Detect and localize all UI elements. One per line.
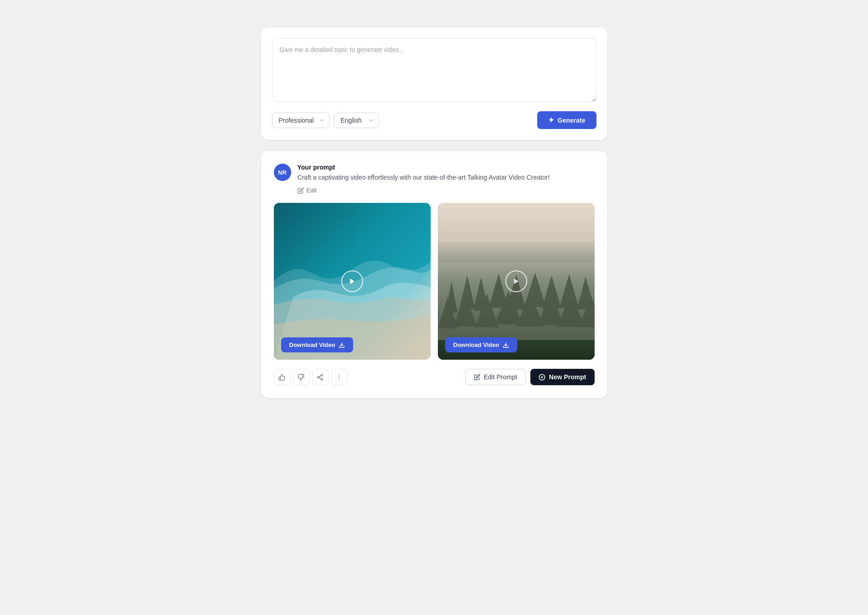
video-card-ocean[interactable]: Download Video xyxy=(274,203,431,360)
svg-point-15 xyxy=(339,378,340,379)
thumbs-up-button[interactable] xyxy=(274,369,290,385)
edit-prompt-label: Edit Prompt xyxy=(484,373,517,381)
generate-button[interactable]: ✦ Generate xyxy=(537,111,596,129)
download-video-btn-1[interactable]: Download Video xyxy=(281,337,354,352)
edit-icon xyxy=(298,187,304,194)
professional-dropdown[interactable]: Professional Casual Formal xyxy=(272,113,329,128)
download-video-btn-2[interactable]: Download Video xyxy=(445,337,518,352)
download-label-1: Download Video xyxy=(289,341,335,348)
download-label-2: Download Video xyxy=(453,341,499,348)
video-card-forest[interactable]: Download Video xyxy=(438,203,595,360)
prompt-text: Craft a captivating video effortlessly w… xyxy=(298,173,595,182)
more-icon xyxy=(336,374,343,381)
prompt-input[interactable] xyxy=(272,38,596,102)
avatar: NR xyxy=(274,164,291,181)
prompt-title: Your prompt xyxy=(298,164,595,171)
generate-label: Generate xyxy=(558,117,586,124)
prompt-header: NR Your prompt Craft a captivating video… xyxy=(274,164,595,194)
thumbs-down-button[interactable] xyxy=(293,369,309,385)
svg-point-14 xyxy=(339,377,340,377)
svg-point-8 xyxy=(321,374,323,376)
prompt-content: Your prompt Craft a captivating video ef… xyxy=(298,164,595,194)
language-dropdown[interactable]: English Spanish French German xyxy=(334,113,379,128)
edit-link[interactable]: Edit xyxy=(298,187,317,194)
edit-prompt-icon xyxy=(474,374,480,380)
edit-prompt-button[interactable]: Edit Prompt xyxy=(465,369,526,385)
svg-marker-6 xyxy=(514,279,518,284)
action-row: Edit Prompt New Prompt xyxy=(274,369,595,385)
svg-line-11 xyxy=(319,377,321,378)
sparkle-icon: ✦ xyxy=(548,116,554,124)
share-button[interactable] xyxy=(312,369,329,385)
new-prompt-label: New Prompt xyxy=(549,373,586,381)
top-card: Professional Casual Formal English Spani… xyxy=(261,27,607,140)
download-icon-2 xyxy=(503,342,509,348)
toolbar-row: Professional Casual Formal English Spani… xyxy=(272,111,596,129)
thumbs-down-icon xyxy=(298,374,304,381)
dropdowns: Professional Casual Formal English Spani… xyxy=(272,113,379,128)
download-icon-1 xyxy=(339,342,345,348)
thumbs-up-icon xyxy=(278,374,285,381)
svg-point-10 xyxy=(321,378,323,380)
play-icon-ocean xyxy=(349,278,356,285)
share-icon xyxy=(317,374,324,381)
svg-point-9 xyxy=(318,376,319,378)
video-grid: Download Video xyxy=(274,203,595,360)
play-button-ocean[interactable] xyxy=(341,270,363,292)
new-prompt-icon xyxy=(539,374,545,381)
bottom-card: NR Your prompt Craft a captivating video… xyxy=(261,151,607,398)
play-icon-forest xyxy=(513,278,520,285)
left-actions xyxy=(274,369,348,385)
edit-label: Edit xyxy=(307,187,317,194)
svg-point-13 xyxy=(339,375,340,376)
more-button[interactable] xyxy=(331,369,348,385)
svg-marker-1 xyxy=(350,279,354,284)
play-button-forest[interactable] xyxy=(505,270,527,292)
svg-rect-5 xyxy=(438,203,595,242)
main-container: Professional Casual Formal English Spani… xyxy=(261,27,607,398)
new-prompt-button[interactable]: New Prompt xyxy=(530,369,595,385)
svg-line-12 xyxy=(319,376,321,377)
right-actions: Edit Prompt New Prompt xyxy=(465,369,595,385)
